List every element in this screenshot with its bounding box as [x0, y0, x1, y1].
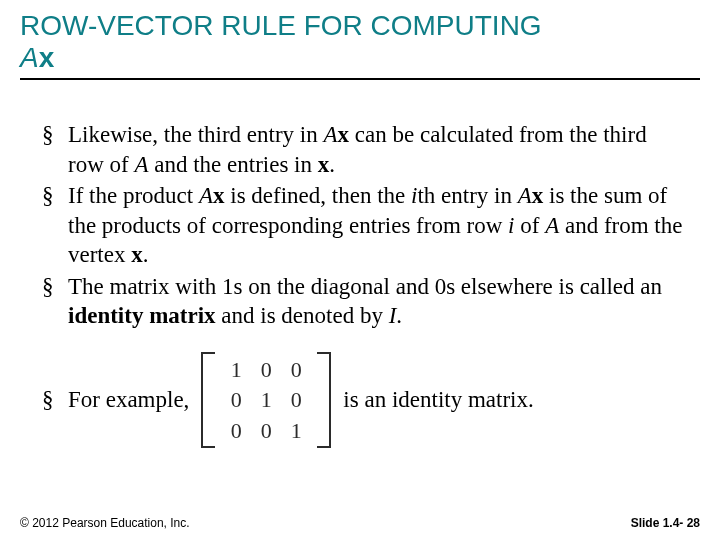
example-tail: is an identity matrix.	[343, 387, 533, 413]
text: Likewise, the third entry in	[68, 122, 324, 147]
text: The matrix with 1s on the diagonal and 0…	[68, 274, 662, 299]
term-identity-matrix: identity matrix	[68, 303, 216, 328]
slide-body: Likewise, the third entry in Ax can be c…	[0, 86, 720, 448]
math-A: A	[199, 183, 213, 208]
math-A: A	[324, 122, 338, 147]
bullet-item: If the product Ax is defined, then the i…	[42, 181, 684, 269]
title-A: A	[20, 42, 39, 73]
title-x: x	[39, 42, 55, 73]
text: .	[396, 303, 402, 328]
copyright-text: © 2012 Pearson Education, Inc.	[20, 516, 190, 530]
matrix-cell: 0	[291, 357, 302, 383]
math-A: A	[518, 183, 532, 208]
math-A: A	[134, 152, 148, 177]
math-x: x	[213, 183, 225, 208]
text: If the product	[68, 183, 199, 208]
identity-matrix: 1 0 0 0 1 0 0 0 1	[201, 352, 331, 448]
matrix-cell: 0	[261, 357, 272, 383]
math-x: x	[318, 152, 330, 177]
bullet-list: Likewise, the third entry in Ax can be c…	[42, 120, 684, 330]
title-underline	[20, 78, 700, 80]
matrix-cell: 0	[261, 418, 272, 444]
text: and the entries in	[149, 152, 318, 177]
text: .	[143, 242, 149, 267]
bullet-item: Likewise, the third entry in Ax can be c…	[42, 120, 684, 179]
title-line-1: ROW-VECTOR RULE FOR COMPUTING	[20, 10, 542, 41]
slide-footer: © 2012 Pearson Education, Inc. Slide 1.4…	[20, 516, 700, 530]
matrix-cell: 1	[231, 357, 242, 383]
slide-number: Slide 1.4- 28	[631, 516, 700, 530]
slide-header: ROW-VECTOR RULE FOR COMPUTING Ax	[0, 0, 720, 86]
matrix-cell: 0	[231, 387, 242, 413]
text: of	[514, 213, 545, 238]
bracket-right-icon	[317, 352, 331, 448]
example-lead: For example,	[42, 387, 189, 413]
matrix-cell: 0	[231, 418, 242, 444]
text: .	[329, 152, 335, 177]
matrix-grid: 1 0 0 0 1 0 0 0 1	[215, 352, 317, 448]
text: and is denoted by	[216, 303, 389, 328]
example-row: For example, 1 0 0 0 1 0 0 0 1 is an ide…	[42, 352, 684, 448]
matrix-cell: 1	[291, 418, 302, 444]
bracket-left-icon	[201, 352, 215, 448]
math-x: x	[338, 122, 350, 147]
text: th entry in	[417, 183, 517, 208]
math-x: x	[532, 183, 544, 208]
bullet-item: The matrix with 1s on the diagonal and 0…	[42, 272, 684, 331]
math-A: A	[545, 213, 559, 238]
matrix-cell: 1	[261, 387, 272, 413]
math-x: x	[131, 242, 143, 267]
text: is defined, then the	[225, 183, 412, 208]
slide-title: ROW-VECTOR RULE FOR COMPUTING Ax	[20, 10, 700, 74]
matrix-cell: 0	[291, 387, 302, 413]
